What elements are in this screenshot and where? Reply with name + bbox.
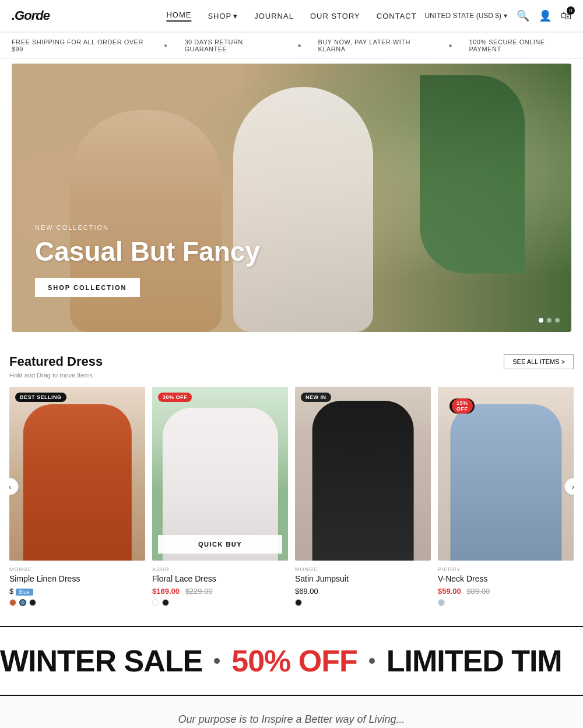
- hero-content: NEW COLLECTION Casual But Fancy SHOP COL…: [35, 224, 260, 297]
- color-swatch-orange[interactable]: [9, 599, 16, 606]
- product-name-4[interactable]: V-Neck Dress: [438, 574, 574, 583]
- product-image-3[interactable]: NEW IN: [295, 387, 431, 561]
- sale-word-3: LIMITED TIM: [387, 643, 562, 678]
- sale-word-2: 50% OFF: [231, 643, 357, 678]
- sale-word-1: WINTER SALE: [0, 643, 202, 678]
- sale-separator-2: [369, 658, 375, 664]
- hero-dot-3[interactable]: [555, 318, 560, 323]
- product-info-4: PIERRY V-Neck Dress $59.00 $89.00: [438, 561, 574, 608]
- product-image-1[interactable]: BEST SELLING: [9, 387, 145, 561]
- featured-header: Featured Dress SEE ALL ITEMS >: [9, 354, 574, 369]
- region-label: UNITED STATE (USD $): [424, 12, 501, 20]
- hero-title: Casual But Fancy: [35, 237, 260, 267]
- sale-price-2: $169.00: [152, 587, 180, 596]
- price-value-1: $: [9, 587, 13, 596]
- sale-price-4: $59.00: [438, 587, 461, 596]
- product-price-3: $69.00: [295, 587, 431, 596]
- chevron-down-icon: ▾: [504, 12, 507, 20]
- product-brand-2: ASOR: [152, 566, 288, 572]
- hero-subtitle: NEW COLLECTION: [35, 224, 260, 231]
- nav-journal[interactable]: JOURNAL: [254, 12, 294, 20]
- sale-banner: WINTER SALE 50% OFF LIMITED TIM: [0, 626, 583, 696]
- hero-dot-2[interactable]: [547, 318, 552, 323]
- sale-separator-1: [214, 658, 220, 664]
- product-brand-4: PIERRY: [438, 566, 574, 572]
- sale-text: WINTER SALE 50% OFF LIMITED TIM: [0, 643, 562, 678]
- product-card-4: SOLD OUT 15% OFF PIERRY V-Neck Dress $59…: [438, 387, 574, 608]
- product-info-3: MONGE Satin Jumpsuit $69.00: [295, 561, 431, 608]
- product-price-1: $ Blue: [9, 587, 145, 596]
- product-image-2[interactable]: 30% OFF QUICK BUY: [152, 387, 288, 561]
- nav-our-story[interactable]: OUR STORY: [310, 12, 360, 20]
- old-price-4: $89.00: [466, 587, 490, 596]
- bottom-section: Our purpose is to Inspire a Better way o…: [0, 696, 583, 728]
- promo-item-4: 100% SECURE ONLINE PAYMENT: [469, 38, 571, 52]
- promo-bar: FREE SHIPPING FOR ALL ORDER OVER $99 30 …: [0, 32, 583, 59]
- old-price-2: $229.00: [185, 587, 213, 596]
- color-swatches-3: [295, 599, 431, 606]
- product-price-4: $59.00 $89.00: [438, 587, 574, 596]
- price-value-3: $69.00: [295, 587, 318, 596]
- product-figure-1: [23, 404, 131, 561]
- product-badge-15off: 15% OFF: [452, 398, 473, 414]
- drag-hint: Hold and Drag to move Items: [9, 372, 574, 379]
- quick-buy-button-2[interactable]: QUICK BUY: [158, 535, 282, 554]
- product-badge-best-selling: BEST SELLING: [15, 393, 66, 402]
- product-figure-3: [312, 401, 414, 561]
- color-swatch-white[interactable]: [152, 599, 159, 606]
- product-info-1: MONGE Simple Linen Dress $ Blue: [9, 561, 145, 608]
- color-swatch-lightblue[interactable]: [438, 599, 445, 606]
- product-name-2[interactable]: Floral Lace Dress: [152, 574, 288, 583]
- promo-separator-2: [298, 44, 301, 47]
- product-figure-4: [450, 404, 561, 561]
- main-nav: HOME SHOP ▾ JOURNAL OUR STORY CONTACT: [166, 10, 416, 22]
- hero-banner: NEW COLLECTION Casual But Fancy SHOP COL…: [12, 64, 571, 332]
- color-swatch-blue[interactable]: [19, 599, 26, 606]
- product-info-2: ASOR Floral Lace Dress $169.00 $229.00: [152, 561, 288, 608]
- cart-count: 0: [567, 6, 575, 15]
- nav-shop[interactable]: SHOP ▾: [208, 12, 238, 20]
- site-logo[interactable]: .Gorde: [12, 8, 50, 23]
- color-swatch-black-2[interactable]: [162, 599, 169, 606]
- product-badge-new: NEW IN: [301, 393, 331, 402]
- cart-button[interactable]: 🛍 0: [561, 10, 571, 22]
- hero-plant: [420, 75, 525, 274]
- product-card-2: 30% OFF QUICK BUY ASOR Floral Lace Dress…: [152, 387, 288, 608]
- nav-home[interactable]: HOME: [166, 10, 191, 22]
- product-brand-3: MONGE: [295, 566, 431, 572]
- product-brand-1: MONGE: [9, 566, 145, 572]
- purpose-text: Our purpose is to Inspire a Better way o…: [12, 713, 571, 726]
- account-icon[interactable]: 👤: [539, 9, 552, 22]
- products-row: ‹ BEST SELLING MONGE Simple Linen Dress …: [9, 387, 574, 608]
- size-tag-1: Blue: [16, 589, 33, 596]
- product-price-2: $169.00 $229.00: [152, 587, 288, 596]
- promo-separator-3: [449, 44, 452, 47]
- nav-contact[interactable]: CONTACT: [377, 12, 417, 20]
- hero-dot-1[interactable]: [539, 318, 543, 323]
- promo-separator-1: [164, 44, 167, 47]
- product-badge-sale: 30% OFF: [158, 393, 192, 402]
- promo-item-2: 30 DAYS RETURN GUARANTEE: [184, 38, 280, 52]
- hero-model-left: [70, 110, 222, 332]
- color-swatch-black-3[interactable]: [295, 599, 302, 606]
- promo-item-3: BUY NOW, PAY LATER WITH KLARNA: [318, 38, 431, 52]
- see-all-button[interactable]: SEE ALL ITEMS >: [504, 354, 574, 369]
- product-card-1: BEST SELLING MONGE Simple Linen Dress $ …: [9, 387, 145, 608]
- chevron-down-icon: ▾: [233, 12, 238, 20]
- color-swatches-1: [9, 599, 145, 606]
- header-right: UNITED STATE (USD $) ▾ 🔍 👤 🛍 0: [424, 9, 571, 22]
- color-swatch-black[interactable]: [29, 599, 36, 606]
- shop-collection-button[interactable]: SHOP COLLECTION: [35, 278, 140, 297]
- promo-item-1: FREE SHIPPING FOR ALL ORDER OVER $99: [12, 38, 147, 52]
- site-header: .Gorde HOME SHOP ▾ JOURNAL OUR STORY CON…: [0, 0, 583, 32]
- featured-section: Featured Dress SEE ALL ITEMS > Hold and …: [0, 337, 583, 614]
- featured-title: Featured Dress: [9, 354, 103, 369]
- region-selector[interactable]: UNITED STATE (USD $) ▾: [424, 12, 507, 20]
- hero-pagination: [539, 318, 560, 323]
- product-name-1[interactable]: Simple Linen Dress: [9, 574, 145, 583]
- product-image-4[interactable]: SOLD OUT 15% OFF: [438, 387, 574, 561]
- product-card-3: NEW IN MONGE Satin Jumpsuit $69.00: [295, 387, 431, 608]
- color-swatches-2: [152, 599, 288, 606]
- product-name-3[interactable]: Satin Jumpsuit: [295, 574, 431, 583]
- search-icon[interactable]: 🔍: [517, 9, 529, 22]
